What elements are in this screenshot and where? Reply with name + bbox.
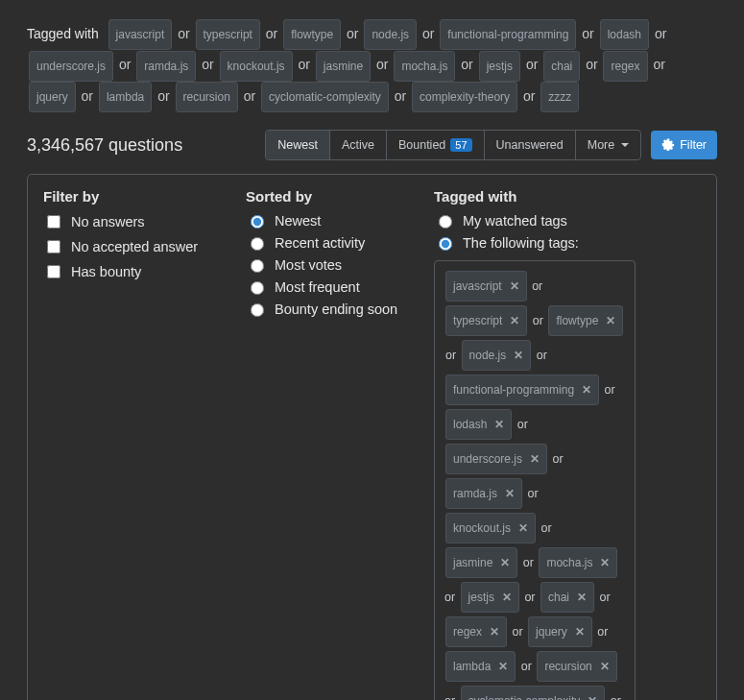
filter-panel: Filter by No answers No accepted answer … xyxy=(27,174,717,700)
filter-tag[interactable]: regex✕ xyxy=(445,616,507,647)
sort-frequent[interactable]: Most frequent xyxy=(246,278,399,295)
radio-newest[interactable] xyxy=(251,215,264,229)
close-icon[interactable]: ✕ xyxy=(503,479,521,508)
filter-tag[interactable]: cyclomatic-complexity✕ xyxy=(461,686,606,700)
or-separator: or xyxy=(651,26,666,41)
filter-tag[interactable]: recursion✕ xyxy=(537,651,616,682)
or-separator: or xyxy=(372,57,392,72)
sort-recent[interactable]: Recent activity xyxy=(246,234,399,251)
filter-tag-label: typescript xyxy=(446,306,508,335)
or-separator: or xyxy=(457,57,476,72)
close-icon[interactable]: ✕ xyxy=(500,583,518,612)
tab-newest[interactable]: Newest xyxy=(266,131,330,159)
filter-tag[interactable]: node.js✕ xyxy=(462,340,532,371)
header-tag[interactable]: node.js xyxy=(364,19,417,50)
header-tag[interactable]: regex xyxy=(603,51,647,82)
filter-tag[interactable]: chai✕ xyxy=(540,582,594,613)
close-icon[interactable]: ✕ xyxy=(498,548,516,577)
filter-tag-label: cyclomatic-complexity xyxy=(462,687,587,700)
filter-tag[interactable]: mocha.js✕ xyxy=(539,547,617,578)
radio-following[interactable] xyxy=(439,237,452,251)
or-separator: or xyxy=(522,57,541,72)
radio-votes[interactable] xyxy=(251,259,264,273)
sort-bounty-ending[interactable]: Bounty ending soon xyxy=(246,301,399,317)
close-icon[interactable]: ✕ xyxy=(573,617,591,646)
or-separator: or xyxy=(596,591,611,604)
close-icon[interactable]: ✕ xyxy=(580,375,598,404)
radio-bounty-ending[interactable] xyxy=(251,303,264,317)
close-icon[interactable]: ✕ xyxy=(528,445,546,473)
sort-newest[interactable]: Newest xyxy=(246,212,399,229)
header-tag[interactable]: recursion xyxy=(176,82,238,112)
close-icon[interactable]: ✕ xyxy=(604,306,622,335)
filter-tag[interactable]: flowtype✕ xyxy=(548,305,623,336)
header-tag[interactable]: typescript xyxy=(196,19,260,50)
close-icon[interactable]: ✕ xyxy=(512,341,530,370)
filter-tag-label: mocha.js xyxy=(540,548,598,577)
filter-tag[interactable]: knockout.js✕ xyxy=(445,513,536,543)
header-tag[interactable]: lodash xyxy=(600,19,649,50)
filter-tag[interactable]: javascript✕ xyxy=(445,271,527,302)
tab-active[interactable]: Active xyxy=(330,131,387,159)
filter-tag[interactable]: lambda✕ xyxy=(445,651,516,682)
checkbox-has-bounty[interactable] xyxy=(47,265,60,278)
or-separator: or xyxy=(594,625,609,639)
filter-tag[interactable]: jquery✕ xyxy=(528,616,592,647)
close-icon[interactable]: ✕ xyxy=(586,687,604,700)
filter-tag[interactable]: underscore.js✕ xyxy=(445,444,547,474)
header-tag[interactable]: knockout.js xyxy=(220,51,293,82)
filter-no-accepted[interactable]: No accepted answer xyxy=(43,237,211,256)
header-tag[interactable]: cyclomatic-complexity xyxy=(261,82,389,112)
filter-no-answers[interactable]: No answers xyxy=(43,212,211,231)
header-tag[interactable]: flowtype xyxy=(283,19,341,50)
header-tag[interactable]: functional-programming xyxy=(440,19,576,50)
close-icon[interactable]: ✕ xyxy=(516,514,535,543)
header-tag[interactable]: underscore.js xyxy=(29,51,113,82)
radio-recent[interactable] xyxy=(251,237,264,251)
header-tag[interactable]: jestjs xyxy=(479,51,520,82)
close-icon[interactable]: ✕ xyxy=(598,548,616,577)
header-tag[interactable]: chai xyxy=(543,51,580,82)
tab-unanswered[interactable]: Unanswered xyxy=(485,131,576,159)
close-icon[interactable]: ✕ xyxy=(492,410,511,439)
or-separator: or xyxy=(521,591,539,604)
or-separator: or xyxy=(601,383,615,397)
header-tag[interactable]: jquery xyxy=(29,82,76,112)
or-separator: or xyxy=(524,487,539,500)
filter-tag[interactable]: functional-programming✕ xyxy=(445,374,599,405)
or-separator: or xyxy=(578,26,597,41)
header-tag[interactable]: mocha.js xyxy=(394,51,455,82)
or-separator: or xyxy=(517,660,535,673)
header-tag[interactable]: lambda xyxy=(99,82,152,112)
header-tag[interactable]: ramda.js xyxy=(136,51,196,82)
filter-tag[interactable]: lodash✕ xyxy=(445,409,512,440)
tagged-following[interactable]: The following tags: xyxy=(434,234,636,251)
filter-tag[interactable]: jestjs✕ xyxy=(461,582,519,613)
tag-editor[interactable]: javascript✕ or typescript✕ or flowtype✕ … xyxy=(434,260,636,700)
or-separator: or xyxy=(445,349,460,362)
close-icon[interactable]: ✕ xyxy=(508,272,526,301)
radio-frequent[interactable] xyxy=(251,281,264,295)
tab-more[interactable]: More xyxy=(576,131,640,159)
checkbox-no-answers[interactable] xyxy=(47,215,60,229)
header-tag[interactable]: complexity-theory xyxy=(412,82,517,112)
close-icon[interactable]: ✕ xyxy=(508,306,526,335)
checkbox-no-accepted[interactable] xyxy=(47,240,60,253)
close-icon[interactable]: ✕ xyxy=(598,652,616,681)
close-icon[interactable]: ✕ xyxy=(488,617,506,646)
radio-watched[interactable] xyxy=(439,215,452,229)
filter-tag[interactable]: ramda.js✕ xyxy=(445,478,522,509)
tab-bountied[interactable]: Bountied 57 xyxy=(387,131,485,159)
sort-votes[interactable]: Most votes xyxy=(246,256,399,273)
header-tag[interactable]: zzzz xyxy=(540,82,579,112)
filter-tag-label: functional-programming xyxy=(446,375,580,404)
tagged-watched[interactable]: My watched tags xyxy=(434,212,636,229)
close-icon[interactable]: ✕ xyxy=(575,583,593,612)
header-tag[interactable]: javascript xyxy=(108,19,173,50)
filter-has-bounty[interactable]: Has bounty xyxy=(43,262,211,281)
filter-tag[interactable]: jasmine✕ xyxy=(445,547,517,578)
filter-button[interactable]: Filter xyxy=(651,131,717,159)
close-icon[interactable]: ✕ xyxy=(496,652,515,681)
filter-tag[interactable]: typescript✕ xyxy=(445,305,527,336)
header-tag[interactable]: jasmine xyxy=(316,51,371,82)
